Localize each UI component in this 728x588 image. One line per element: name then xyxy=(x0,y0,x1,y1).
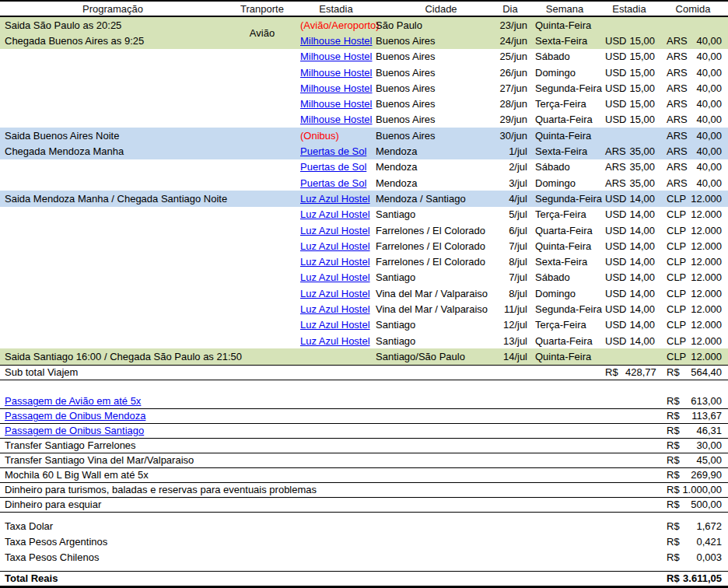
header-row: Programação Tranporte Estadia Cidade Dia… xyxy=(0,2,728,17)
semana-cell: Sexta-Feira xyxy=(529,35,600,47)
total-row: Total Reais R$ 3.611,05 xyxy=(0,571,728,588)
estadia-link[interactable]: Luz Azul Hostel xyxy=(300,303,370,315)
estadia-link[interactable]: Puertas de Sol xyxy=(300,177,366,189)
dia-cell: 12/jul xyxy=(492,319,529,331)
estadia-link[interactable]: Puertas de Sol xyxy=(300,161,366,173)
semana-cell: Sexta-Feira xyxy=(529,256,600,268)
cidade-cell: Mendoza xyxy=(373,177,492,189)
subtotal-label: Sub total Viajem xyxy=(0,366,600,378)
estadia-cell: Milhouse Hostel xyxy=(299,67,373,79)
dia-cell: 6/jul xyxy=(492,225,529,236)
programacao-cell: Chegada Buenos Aires as 9:25 xyxy=(0,35,226,47)
estadia-link[interactable]: Milhouse Hostel xyxy=(300,98,373,110)
dia-cell: 29/jun xyxy=(492,114,529,125)
estadia-link[interactable]: Luz Azul Hostel xyxy=(300,240,370,252)
estadia-link[interactable]: Milhouse Hostel xyxy=(300,35,373,47)
comida-moeda-cell: ARS xyxy=(658,145,681,157)
estadia-link[interactable]: Luz Azul Hostel xyxy=(300,208,370,220)
header-cidade: Cidade xyxy=(373,3,492,15)
semana-cell: Sábado xyxy=(529,51,600,62)
line-item-value: 113,67 xyxy=(681,410,728,422)
itinerary-row: Luz Azul Hostel Farrelones / El Colorado… xyxy=(0,222,728,238)
semana-cell: Quarta-Feira xyxy=(529,114,600,125)
comida-moeda-cell: ARS xyxy=(658,161,681,173)
estadia-cell: (Avião/Aeroporto) xyxy=(299,19,373,31)
semana-cell: Quinta-Feira xyxy=(529,19,600,31)
line-item-value: 1,672 xyxy=(681,520,728,532)
line-item-label: Transfer Santiago Farrelones xyxy=(0,439,658,451)
comida-moeda-cell: CLP xyxy=(658,288,681,299)
semana-cell: Sexta-Feira xyxy=(529,145,600,157)
semana-cell: Segunda-Feira xyxy=(529,193,600,205)
line-item-row: Mochila 60 L Big Wall em até 5x R$ 269,9… xyxy=(0,468,728,483)
dia-cell: 24/jun xyxy=(492,35,529,47)
comida-moeda-cell: ARS xyxy=(658,67,681,79)
cidade-cell: Santiago xyxy=(373,271,492,283)
comida-moeda-cell: CLP xyxy=(658,271,681,283)
estadia-valor-cell: 14,00 xyxy=(625,335,658,347)
semana-cell: Quarta-Feira xyxy=(529,225,600,236)
cidade-cell: Santiago xyxy=(373,208,492,220)
line-item-label: Taxa Pesos Argentinos xyxy=(0,536,658,548)
estadia-link[interactable]: Luz Azul Hostel xyxy=(300,288,370,299)
estadia-moeda-cell: USD xyxy=(600,303,625,315)
estadia-link[interactable]: Milhouse Hostel xyxy=(300,82,373,94)
expense-link[interactable]: Passagem de Onibus Mendoza xyxy=(5,410,145,422)
estadia-link[interactable]: Milhouse Hostel xyxy=(300,67,373,79)
comida-valor-cell: 40,00 xyxy=(681,161,728,173)
expenses-section: Passagem de Avião em até 5x R$ 613,00 Pa… xyxy=(0,394,728,513)
cidade-cell: Farrelones / El Colorado xyxy=(373,240,492,252)
estadia-link[interactable]: Luz Azul Hostel xyxy=(300,319,370,331)
line-item-row: Transfer Santiago Farrelones R$ 30,00 xyxy=(0,439,728,453)
programacao-cell: Saida Buenos Aires Noite xyxy=(0,130,226,142)
estadia-link[interactable]: Milhouse Hostel xyxy=(300,51,373,62)
comida-moeda-cell: ARS xyxy=(658,177,681,189)
line-item-value: 0,003 xyxy=(681,551,728,563)
estadia-valor-cell: 14,00 xyxy=(625,303,658,315)
comida-moeda-cell: ARS xyxy=(658,114,681,125)
line-item-currency: R$ xyxy=(658,410,681,422)
programacao-cell: Saida Mendoza Manha / Chegada Santiago N… xyxy=(0,193,226,205)
semana-cell: Segunda-Feira xyxy=(529,82,600,94)
itinerary-row: Luz Azul Hostel Farrelones / El Colorado… xyxy=(0,238,728,254)
header-estadia-valor: Estadia xyxy=(600,3,658,15)
line-item-row: Dinheiro para esquiar R$ 500,00 xyxy=(0,498,728,513)
estadia-cell: Luz Azul Hostel xyxy=(299,288,373,299)
estadia-link[interactable]: Luz Azul Hostel xyxy=(300,193,370,205)
estadia-link[interactable]: Luz Azul Hostel xyxy=(300,225,370,236)
comida-moeda-cell: ARS xyxy=(658,98,681,110)
itinerary-section: Saida São Paulo as 20:25 Avião (Avião/Ae… xyxy=(0,17,728,365)
estadia-cell: Milhouse Hostel xyxy=(299,98,373,110)
line-item-label: Taxa Pesos Chilenos xyxy=(0,551,658,563)
estadia-link[interactable]: Luz Azul Hostel xyxy=(300,256,370,268)
estadia-cell: Luz Azul Hostel xyxy=(299,271,373,283)
line-item-currency: R$ xyxy=(658,520,681,532)
estadia-moeda-cell: USD xyxy=(600,98,625,110)
line-item-row: Passagem de Onibus Santiago R$ 46,31 xyxy=(0,424,728,439)
comida-moeda-cell: CLP xyxy=(658,256,681,268)
transporte-cell: Avião xyxy=(226,19,299,31)
estadia-moeda-cell: USD xyxy=(600,271,625,283)
itinerary-row: Luz Azul Hostel Santiago 12/jul Terça-Fe… xyxy=(0,317,728,333)
estadia-link[interactable]: Luz Azul Hostel xyxy=(300,271,370,283)
estadia-valor-cell: 15,00 xyxy=(625,82,658,94)
estadia-valor-cell: 15,00 xyxy=(625,67,658,79)
expense-link[interactable]: Passagem de Onibus Santiago xyxy=(5,425,144,436)
expense-link[interactable]: Passagem de Avião em até 5x xyxy=(5,395,141,407)
estadia-link[interactable]: Milhouse Hostel xyxy=(300,114,373,125)
semana-cell: Sábado xyxy=(529,161,600,173)
estadia-cell: Puertas de Sol xyxy=(299,145,373,157)
estadia-moeda-cell: ARS xyxy=(600,161,625,173)
estadia-cell: Milhouse Hostel xyxy=(299,35,373,47)
itinerary-row: Puertas de Sol Mendoza 2/jul Sábado ARS … xyxy=(0,159,728,175)
estadia-moeda-cell: USD xyxy=(600,193,625,205)
estadia-link[interactable]: Puertas de Sol xyxy=(300,145,366,157)
cidade-cell: Buenos Aires xyxy=(373,82,492,94)
comida-moeda-cell: CLP xyxy=(658,240,681,252)
trip-budget-spreadsheet: Programação Tranporte Estadia Cidade Dia… xyxy=(0,0,728,588)
estadia-link[interactable]: Luz Azul Hostel xyxy=(300,335,370,347)
estadia-valor-cell: 15,00 xyxy=(625,51,658,62)
estadia-moeda-cell: USD xyxy=(600,82,625,94)
estadia-cell: Milhouse Hostel xyxy=(299,114,373,125)
line-item-currency: R$ xyxy=(658,454,681,466)
